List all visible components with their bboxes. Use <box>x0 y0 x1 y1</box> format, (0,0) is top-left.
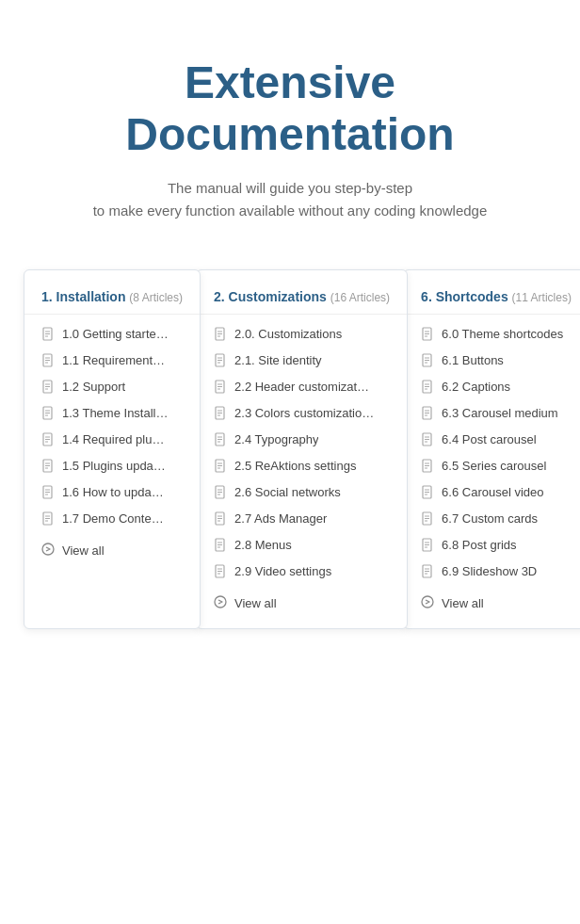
item-label: 6.3 Carousel medium <box>442 406 558 420</box>
item-label: 6.8 Post grids <box>442 538 517 552</box>
document-icon <box>41 431 55 446</box>
item-label: 1.6 How to upda… <box>62 485 164 499</box>
item-label: 2.8 Menus <box>234 538 292 552</box>
document-icon <box>41 326 55 341</box>
list-item[interactable]: 1.0 Getting starte… <box>24 320 200 347</box>
item-label: 1.7 Demo Conte… <box>62 511 164 526</box>
svg-point-32 <box>42 543 54 555</box>
document-icon <box>421 537 434 552</box>
cards-container: 1. Installation (8 Articles) 1.0 Getting… <box>0 260 580 667</box>
item-label: 6.5 Series carousel <box>442 459 546 473</box>
list-item[interactable]: 1.5 Plugins upda… <box>24 452 200 478</box>
item-label: 2.4 Typography <box>234 432 318 446</box>
item-label: 2.0. Customizations <box>234 327 342 341</box>
document-icon <box>421 326 434 341</box>
item-label: 1.2 Support <box>62 380 125 394</box>
list-item[interactable]: 1.7 Demo Conte… <box>24 505 200 531</box>
list-item[interactable]: 2.5 ReAktions settings <box>197 452 407 478</box>
list-item[interactable]: 6.2 Captions <box>404 373 580 399</box>
list-item[interactable]: 6.0 Theme shortcodes <box>404 320 580 347</box>
card-header-customizations: 2. Customizations (16 Articles) <box>197 289 407 315</box>
list-item[interactable]: 6.8 Post grids <box>404 531 580 558</box>
document-icon <box>41 458 55 473</box>
document-icon <box>41 511 55 526</box>
header-section: Extensive Documentation The manual will … <box>0 0 580 260</box>
item-label: 2.1. Site identity <box>234 353 322 367</box>
document-icon <box>41 405 55 420</box>
document-icon <box>214 511 227 526</box>
item-label: 6.1 Buttons <box>442 353 504 367</box>
item-label: 6.2 Captions <box>442 380 510 394</box>
document-icon <box>214 537 227 552</box>
card-header-shortcodes: 6. Shortcodes (11 Articles) <box>404 289 580 315</box>
view-all-icon <box>41 543 55 559</box>
list-item[interactable]: 1.3 Theme Install… <box>24 399 200 426</box>
doc-card-shortcodes: 6. Shortcodes (11 Articles) 6.0 Theme sh… <box>403 269 580 629</box>
list-item[interactable]: 6.9 Slideshow 3D <box>404 558 580 584</box>
view-all-customizations[interactable]: View all <box>197 588 407 619</box>
svg-point-73 <box>215 596 226 608</box>
item-label: 2.3 Colors customizatio… <box>234 406 374 420</box>
list-item[interactable]: 1.2 Support <box>24 373 200 399</box>
item-label: 6.4 Post carousel <box>442 432 536 446</box>
document-icon <box>41 484 55 499</box>
list-item[interactable]: 2.2 Header customizat… <box>197 373 407 399</box>
list-item[interactable]: 6.7 Custom cards <box>404 505 580 531</box>
item-label: 1.4 Required plu… <box>62 432 164 446</box>
view-all-installation[interactable]: View all <box>24 535 200 566</box>
document-icon <box>214 431 227 446</box>
document-icon <box>214 484 227 499</box>
item-label: 1.3 Theme Install… <box>62 406 168 420</box>
card-title-installation: 1. Installation (8 Articles) <box>41 289 183 304</box>
doc-card-installation: 1. Installation (8 Articles) 1.0 Getting… <box>24 269 201 629</box>
list-item[interactable]: 2.0. Customizations <box>197 320 407 347</box>
card-title-shortcodes: 6. Shortcodes (11 Articles) <box>421 289 572 304</box>
subtitle: The manual will guide you step-by-step t… <box>28 177 552 222</box>
list-item[interactable]: 6.5 Series carousel <box>404 452 580 478</box>
item-label: 2.2 Header customizat… <box>234 380 369 394</box>
list-item[interactable]: 1.4 Required plu… <box>24 426 200 452</box>
svg-point-114 <box>422 596 433 608</box>
view-all-icon <box>214 595 227 611</box>
document-icon <box>421 405 434 420</box>
item-label: 1.1 Requirement… <box>62 353 165 367</box>
document-icon <box>41 352 55 367</box>
view-all-shortcodes[interactable]: View all <box>404 588 580 619</box>
document-icon <box>214 405 227 420</box>
item-label: 2.6 Social networks <box>234 485 341 499</box>
list-item[interactable]: 2.3 Colors customizatio… <box>197 399 407 426</box>
item-label: 6.9 Slideshow 3D <box>442 564 537 578</box>
document-icon <box>421 379 434 394</box>
item-label: 1.0 Getting starte… <box>62 327 169 341</box>
document-icon <box>421 511 434 526</box>
list-item[interactable]: 2.6 Social networks <box>197 478 407 505</box>
list-item[interactable]: 6.3 Carousel medium <box>404 399 580 426</box>
list-item[interactable]: 2.1. Site identity <box>197 347 407 373</box>
document-icon <box>421 458 434 473</box>
item-label: 2.7 Ads Manager <box>234 511 327 526</box>
list-item[interactable]: 1.6 How to upda… <box>24 478 200 505</box>
page-title: Extensive Documentation <box>28 57 552 160</box>
list-item[interactable]: 6.4 Post carousel <box>404 426 580 452</box>
document-icon <box>214 379 227 394</box>
list-item[interactable]: 6.1 Buttons <box>404 347 580 373</box>
document-icon <box>214 458 227 473</box>
document-icon <box>421 563 434 578</box>
list-item[interactable]: 2.9 Video settings <box>197 558 407 584</box>
item-label: 2.9 Video settings <box>234 564 331 578</box>
card-header-installation: 1. Installation (8 Articles) <box>24 289 200 315</box>
document-icon <box>214 352 227 367</box>
list-item[interactable]: 6.6 Carousel video <box>404 478 580 505</box>
document-icon <box>214 326 227 341</box>
view-all-label: View all <box>442 596 484 610</box>
item-label: 2.5 ReAktions settings <box>234 459 356 473</box>
list-item[interactable]: 2.7 Ads Manager <box>197 505 407 531</box>
item-label: 6.7 Custom cards <box>442 511 538 526</box>
view-all-icon <box>421 595 434 611</box>
list-item[interactable]: 1.1 Requirement… <box>24 347 200 373</box>
item-label: 1.5 Plugins upda… <box>62 459 166 473</box>
document-icon <box>421 431 434 446</box>
document-icon <box>41 379 55 394</box>
list-item[interactable]: 2.4 Typography <box>197 426 407 452</box>
list-item[interactable]: 2.8 Menus <box>197 531 407 558</box>
